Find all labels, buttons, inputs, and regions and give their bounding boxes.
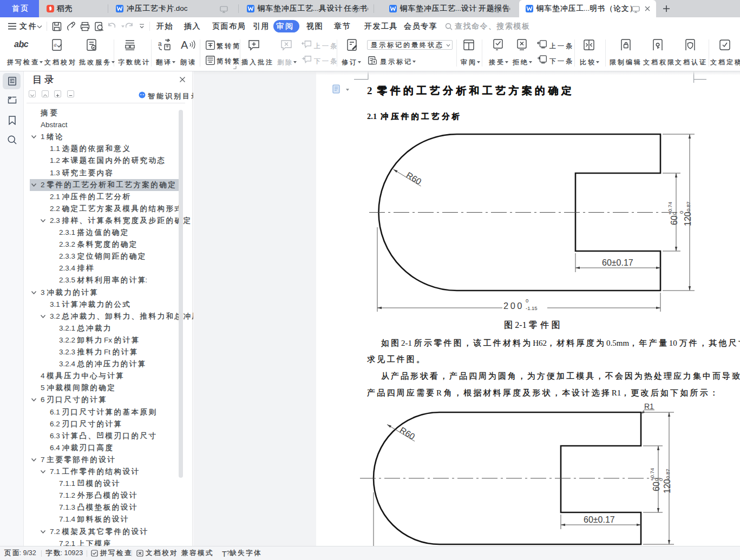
svg-text:120: 120 [663,479,672,493]
svg-text:0: 0 [671,212,677,215]
svg-text:-0.87: -0.87 [665,469,671,480]
svg-text:60: 60 [652,482,661,491]
svg-text:R60: R60 [398,425,416,442]
svg-text:-0.87: -0.87 [685,201,691,213]
svg-text:0: 0 [658,478,664,481]
svg-text:R60: R60 [404,170,423,187]
svg-text:200: 200 [503,301,524,311]
svg-text:0: 0 [678,211,684,214]
svg-text:60: 60 [670,215,679,225]
svg-text:60±0.17: 60±0.17 [602,258,633,267]
svg-text:120: 120 [683,212,692,226]
svg-text:a: a [54,42,57,48]
svg-text:a: a [158,40,162,48]
svg-text:0: 0 [526,298,528,304]
svg-text:-1.15: -1.15 [526,305,538,311]
svg-text:R1: R1 [644,402,654,411]
svg-text:60±0.17: 60±0.17 [584,515,615,524]
